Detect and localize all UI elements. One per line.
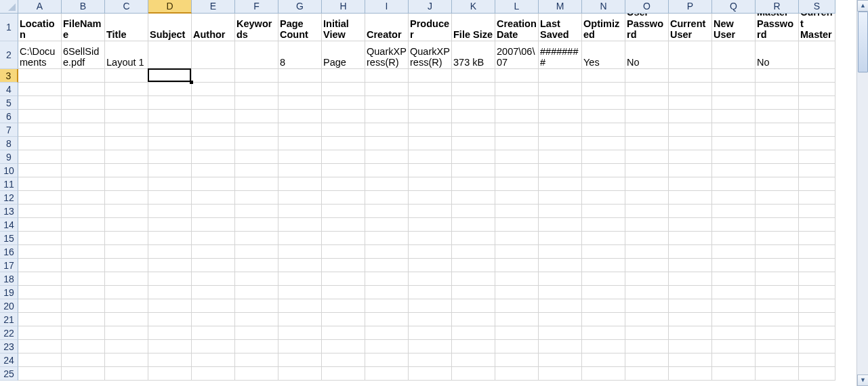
cell-J13[interactable] — [409, 205, 452, 218]
cell-A6[interactable] — [18, 110, 62, 123]
scroll-thumb[interactable] — [858, 12, 868, 72]
cell-G22[interactable] — [278, 326, 322, 340]
cell-H7[interactable] — [322, 123, 365, 137]
cell-O18[interactable] — [625, 272, 669, 286]
cell-A11[interactable] — [18, 177, 62, 191]
cell-S14[interactable] — [799, 218, 835, 232]
cell-A20[interactable] — [18, 299, 62, 313]
cell-Q22[interactable] — [712, 326, 756, 340]
cell-K3[interactable] — [452, 69, 495, 83]
cell-Q12[interactable] — [712, 191, 756, 205]
cell-R10[interactable] — [756, 164, 799, 177]
row-header-2[interactable]: 2 — [0, 41, 18, 69]
cell-I12[interactable] — [365, 191, 409, 205]
cell-J22[interactable] — [409, 326, 452, 340]
row-header-9[interactable]: 9 — [0, 150, 18, 164]
cell-K2[interactable]: 373 kB — [452, 41, 495, 69]
cell-B12[interactable] — [62, 191, 105, 205]
cell-B18[interactable] — [62, 272, 105, 286]
cell-D15[interactable] — [148, 232, 192, 245]
cell-L14[interactable] — [495, 218, 539, 232]
cell-F6[interactable] — [235, 110, 278, 123]
cell-B23[interactable] — [62, 340, 105, 353]
cell-G8[interactable] — [278, 137, 322, 150]
cell-I4[interactable] — [365, 83, 409, 96]
cell-M7[interactable] — [539, 123, 582, 137]
cell-Q14[interactable] — [712, 218, 756, 232]
cell-M18[interactable] — [539, 272, 582, 286]
cell-G12[interactable] — [278, 191, 322, 205]
column-header-Q[interactable]: Q — [712, 0, 756, 14]
cell-F19[interactable] — [235, 286, 278, 299]
cell-A18[interactable] — [18, 272, 62, 286]
cell-G5[interactable] — [278, 96, 322, 110]
cell-J12[interactable] — [409, 191, 452, 205]
cell-S25[interactable] — [799, 367, 835, 381]
cell-Q13[interactable] — [712, 205, 756, 218]
cell-L18[interactable] — [495, 272, 539, 286]
cell-D9[interactable] — [148, 150, 192, 164]
cell-F23[interactable] — [235, 340, 278, 353]
cell-L24[interactable] — [495, 353, 539, 367]
cell-K17[interactable] — [452, 259, 495, 272]
cell-S24[interactable] — [799, 353, 835, 367]
cell-H2[interactable]: Page — [322, 41, 365, 69]
row-header-10[interactable]: 10 — [0, 164, 18, 177]
cell-O10[interactable] — [625, 164, 669, 177]
cell-A13[interactable] — [18, 205, 62, 218]
row-header-19[interactable]: 19 — [0, 286, 18, 299]
cell-E25[interactable] — [192, 367, 235, 381]
cell-J23[interactable] — [409, 340, 452, 353]
cell-M16[interactable] — [539, 245, 582, 259]
cell-N7[interactable] — [582, 123, 625, 137]
cell-S16[interactable] — [799, 245, 835, 259]
cell-S1[interactable]: Current Master — [799, 14, 835, 41]
cell-Q3[interactable] — [712, 69, 756, 83]
cell-K5[interactable] — [452, 96, 495, 110]
cell-N3[interactable] — [582, 69, 625, 83]
cell-O20[interactable] — [625, 299, 669, 313]
cell-A1[interactable]: Location — [18, 14, 62, 41]
cell-J21[interactable] — [409, 313, 452, 326]
cell-H5[interactable] — [322, 96, 365, 110]
cell-E2[interactable] — [192, 41, 235, 69]
cell-Q6[interactable] — [712, 110, 756, 123]
cell-Q25[interactable] — [712, 367, 756, 381]
cell-O17[interactable] — [625, 259, 669, 272]
cell-O15[interactable] — [625, 232, 669, 245]
cell-S18[interactable] — [799, 272, 835, 286]
cell-N2[interactable]: Yes — [582, 41, 625, 69]
cell-G21[interactable] — [278, 313, 322, 326]
cell-A9[interactable] — [18, 150, 62, 164]
cell-P25[interactable] — [669, 367, 712, 381]
cell-F1[interactable]: Keywords — [235, 14, 278, 41]
cell-A7[interactable] — [18, 123, 62, 137]
cell-R19[interactable] — [756, 286, 799, 299]
cell-F4[interactable] — [235, 83, 278, 96]
cell-M1[interactable]: Last Saved — [539, 14, 582, 41]
cell-P9[interactable] — [669, 150, 712, 164]
cell-P1[interactable]: Current User — [669, 14, 712, 41]
cell-E9[interactable] — [192, 150, 235, 164]
cell-A5[interactable] — [18, 96, 62, 110]
cell-M3[interactable] — [539, 69, 582, 83]
cell-L6[interactable] — [495, 110, 539, 123]
cell-D7[interactable] — [148, 123, 192, 137]
cell-L5[interactable] — [495, 96, 539, 110]
cell-O4[interactable] — [625, 83, 669, 96]
cell-L4[interactable] — [495, 83, 539, 96]
cell-O6[interactable] — [625, 110, 669, 123]
cell-A8[interactable] — [18, 137, 62, 150]
cell-B9[interactable] — [62, 150, 105, 164]
cell-O22[interactable] — [625, 326, 669, 340]
cell-B14[interactable] — [62, 218, 105, 232]
column-header-I[interactable]: I — [365, 0, 409, 14]
cell-E1[interactable]: Author — [192, 14, 235, 41]
row-header-21[interactable]: 21 — [0, 313, 18, 326]
cell-C22[interactable] — [105, 326, 148, 340]
cell-B6[interactable] — [62, 110, 105, 123]
cell-A10[interactable] — [18, 164, 62, 177]
cell-G24[interactable] — [278, 353, 322, 367]
cell-R11[interactable] — [756, 177, 799, 191]
cell-A22[interactable] — [18, 326, 62, 340]
